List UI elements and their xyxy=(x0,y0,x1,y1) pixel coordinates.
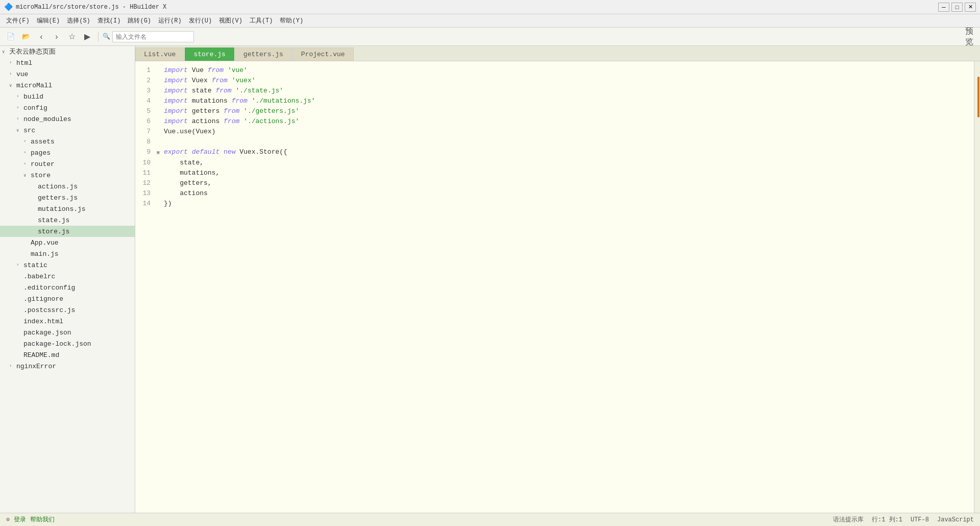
tree-item-label: .gitignore xyxy=(23,295,135,303)
minimap xyxy=(974,61,980,513)
close-button[interactable]: ✕ xyxy=(965,3,976,12)
sidebar-item-node-modules[interactable]: ›node_modules xyxy=(0,113,135,125)
sidebar-item-README-md[interactable]: README.md xyxy=(0,349,135,361)
line-content: import actions from './actions.js' xyxy=(164,116,974,127)
tree-item-label: store xyxy=(31,172,135,179)
sidebar-item-src[interactable]: ∨src xyxy=(0,125,135,136)
back-button[interactable]: ‹ xyxy=(35,30,48,43)
tab-List-vue[interactable]: List.vue xyxy=(135,47,184,61)
tree-item-label: getters.js xyxy=(38,194,135,202)
sidebar-item-getters-js[interactable]: getters.js xyxy=(0,192,135,203)
sidebar-item-build[interactable]: ›build xyxy=(0,91,135,102)
arrow-icon: ∨ xyxy=(9,83,16,88)
tabs: List.vuestore.jsgetters.jsProject.vue xyxy=(135,46,980,61)
line-number: 2 xyxy=(135,76,157,86)
sidebar-item-router[interactable]: ›router xyxy=(0,158,135,170)
main-layout: ∨ 天衣云静态页面 ›html›vue∨microMall›build›conf… xyxy=(0,46,980,513)
open-button[interactable]: 📂 xyxy=(19,30,33,43)
sidebar-item-vue[interactable]: ›vue xyxy=(0,68,135,80)
menu-find[interactable]: 查找(I) xyxy=(94,15,124,26)
line-content: import state from './state.js' xyxy=(164,86,974,96)
code-line: 12 getters, xyxy=(135,178,974,188)
code-editor[interactable]: 1import Vue from 'vue'2import Vuex from … xyxy=(135,61,974,513)
sidebar-item--postcssrc-js[interactable]: .postcssrc.js xyxy=(0,304,135,316)
sidebar-item-index-html[interactable]: index.html xyxy=(0,316,135,327)
sidebar-item-main-js[interactable]: main.js xyxy=(0,248,135,259)
sidebar-item-config[interactable]: ›config xyxy=(0,102,135,113)
menu-file[interactable]: 文件(F) xyxy=(3,15,33,26)
line-number: 4 xyxy=(135,96,157,106)
sidebar-item-nginxError[interactable]: ›nginxError xyxy=(0,361,135,372)
sidebar-item--editorconfig[interactable]: .editorconfig xyxy=(0,282,135,293)
menu-select[interactable]: 选择(S) xyxy=(64,15,93,26)
arrow-icon: › xyxy=(16,105,23,110)
menu-run[interactable]: 运行(R) xyxy=(155,15,185,26)
menu-edit[interactable]: 编辑(E) xyxy=(34,15,63,26)
sidebar-item-package-lock-json[interactable]: package-lock.json xyxy=(0,338,135,349)
sidebar-item-store[interactable]: ∨store xyxy=(0,170,135,181)
encoding: UTF-8 xyxy=(911,516,929,523)
menu-goto[interactable]: 跳转(G) xyxy=(125,15,154,26)
sidebar-item-state-js[interactable]: state.js xyxy=(0,214,135,226)
sidebar-item-package-json[interactable]: package.json xyxy=(0,327,135,338)
sidebar-item-html[interactable]: ›html xyxy=(0,57,135,68)
bookmark-button[interactable]: ☆ xyxy=(65,30,79,43)
tab-Project-vue[interactable]: Project.vue xyxy=(292,47,354,61)
menu-view[interactable]: 视图(V) xyxy=(216,15,246,26)
line-number: 12 xyxy=(135,178,157,188)
sidebar-root[interactable]: ∨ 天衣云静态页面 xyxy=(0,46,135,57)
preview-button[interactable]: 预览 xyxy=(963,30,976,43)
tree-item-label: .postcssrc.js xyxy=(23,306,135,314)
new-file-button[interactable]: 📄 xyxy=(4,30,17,43)
search-input[interactable] xyxy=(112,31,194,42)
sidebar-item-assets[interactable]: ›assets xyxy=(0,136,135,147)
sidebar-item-pages[interactable]: ›pages xyxy=(0,147,135,158)
line-number: 8 xyxy=(135,137,157,147)
tree-item-label: build xyxy=(23,93,135,101)
line-number: 14 xyxy=(135,199,157,209)
line-content: import getters from './getters.js' xyxy=(164,106,974,116)
sidebar-item-mutations-js[interactable]: mutations.js xyxy=(0,203,135,214)
sidebar-item-static[interactable]: ›static xyxy=(0,259,135,271)
login-link[interactable]: 登录 xyxy=(14,515,26,524)
tree-item-label: App.vue xyxy=(31,239,135,247)
maximize-button[interactable]: □ xyxy=(951,3,963,12)
sidebar-item--babelrc[interactable]: .babelrc xyxy=(0,271,135,282)
window-title: microMall/src/store/store.js - HBuilder … xyxy=(16,4,166,11)
help-link[interactable]: 帮助我们 xyxy=(30,515,55,524)
tree-item-label: state.js xyxy=(38,217,135,224)
sidebar-item-store-js[interactable]: store.js xyxy=(0,226,135,237)
code-line: 10 state, xyxy=(135,158,974,168)
code-line: 14}) xyxy=(135,199,974,209)
line-number: 6 xyxy=(135,116,157,127)
line-content: state, xyxy=(164,158,974,168)
code-line: 7Vue.use(Vuex) xyxy=(135,127,974,137)
line-content: import Vuex from 'vuex' xyxy=(164,76,974,86)
tree-item-label: assets xyxy=(31,138,135,146)
tree-item-label: README.md xyxy=(23,351,135,359)
arrow-icon: › xyxy=(9,71,16,77)
minimize-button[interactable]: ─ xyxy=(938,3,949,12)
tree-item-label: microMall xyxy=(16,82,135,89)
sidebar-item-App-vue[interactable]: App.vue xyxy=(0,237,135,248)
line-content: mutations, xyxy=(164,168,974,178)
tree-item-label: config xyxy=(23,104,135,112)
row-col: 行:1 列:1 xyxy=(872,515,902,524)
arrow-icon: › xyxy=(23,139,31,144)
tab-store-js[interactable]: store.js xyxy=(185,47,234,61)
tab-getters-js[interactable]: getters.js xyxy=(235,47,292,61)
sidebar-item-actions-js[interactable]: actions.js xyxy=(0,181,135,192)
menu-tools[interactable]: 工具(T) xyxy=(247,15,276,26)
forward-button[interactable]: › xyxy=(50,30,63,43)
search-icon: 🔍 xyxy=(103,33,110,40)
fold-marker[interactable]: ▣ xyxy=(157,148,164,158)
scroll-indicator xyxy=(977,77,979,117)
sidebar-item-microMall[interactable]: ∨microMall xyxy=(0,80,135,91)
menu-publish[interactable]: 发行(U) xyxy=(186,15,215,26)
menu-help[interactable]: 帮助(Y) xyxy=(277,15,306,26)
run-button[interactable]: ▶ xyxy=(81,30,94,43)
line-number: 5 xyxy=(135,106,157,116)
code-line: 13 actions xyxy=(135,188,974,199)
code-lines-container: 1import Vue from 'vue'2import Vuex from … xyxy=(135,65,974,209)
sidebar-item--gitignore[interactable]: .gitignore xyxy=(0,293,135,304)
